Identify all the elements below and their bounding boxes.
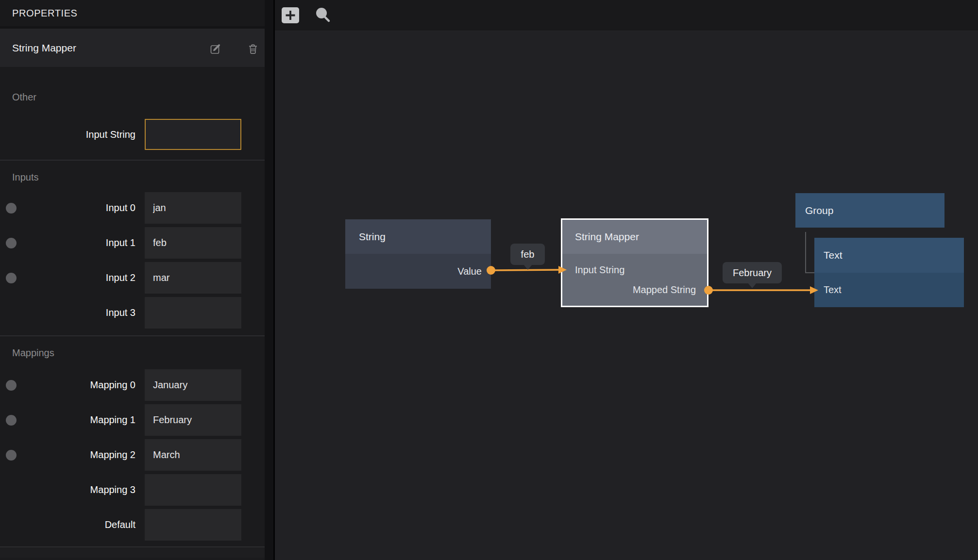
wire-value-tooltip: feb: [510, 244, 545, 265]
field-label: Input 3: [17, 307, 145, 318]
input-2-row: Input 2: [0, 262, 265, 294]
node-title: Group: [795, 193, 944, 228]
add-node-icon[interactable]: [281, 6, 300, 25]
field-label: Input 2: [17, 272, 145, 283]
wire-value-text: February: [733, 267, 772, 279]
field-label: Mapping 2: [17, 449, 145, 461]
input-port-label-input-string: Input String: [575, 264, 624, 276]
field-label: Mapping 3: [17, 484, 145, 495]
field-label: Mapping 0: [17, 379, 145, 391]
input-3-row: Input 3: [0, 297, 265, 329]
node-string-mapper-selected[interactable]: String Mapper Input String Mapped String: [561, 218, 708, 307]
input-port-label-text: Text: [824, 284, 842, 296]
trash-icon[interactable]: [246, 42, 260, 56]
node-canvas[interactable]: String Value String Mapper Input String …: [275, 0, 978, 560]
section-label-inputs: Inputs: [0, 171, 265, 183]
wire-value-text: feb: [521, 249, 535, 260]
mapping-0-row: Mapping 0: [0, 369, 265, 401]
wire-mapped-string-to-text: [704, 286, 818, 295]
output-port-value[interactable]: [487, 266, 495, 275]
mapping-1-field[interactable]: [145, 404, 241, 436]
port-bullet: [6, 450, 17, 461]
node-text[interactable]: Text Text: [814, 238, 964, 307]
edit-icon[interactable]: [209, 42, 222, 56]
output-port-label-mapped-string: Mapped String: [633, 284, 696, 296]
port-bullet: [6, 238, 17, 248]
node-group[interactable]: Group: [795, 193, 944, 228]
mapping-0-field[interactable]: [145, 369, 241, 401]
input-3-field[interactable]: [145, 297, 241, 329]
mapping-3-field[interactable]: [145, 474, 241, 506]
mapping-2-field[interactable]: [145, 439, 241, 471]
selected-node-title: String Mapper: [12, 42, 76, 54]
node-title: Text: [814, 238, 964, 273]
field-label: Mapping 1: [17, 414, 145, 426]
section-mappings: Mappings Mapping 0 Mapping 1 Mapping 2: [0, 336, 265, 541]
selected-node-row[interactable]: String Mapper: [0, 29, 265, 67]
panel-title: PROPERTIES: [0, 0, 265, 29]
canvas-toolbar: [275, 0, 978, 31]
output-port-label-value: Value: [457, 266, 482, 277]
section-inputs: Inputs Input 0 Input 1 Input 2: [0, 161, 265, 329]
node-title: String Mapper: [562, 220, 707, 254]
group-child-link: [806, 232, 814, 273]
input-string-label: Input String: [0, 129, 145, 140]
port-bullet: [6, 415, 17, 426]
sidebar-scrollbar-track[interactable]: [265, 0, 273, 560]
input-2-field[interactable]: [145, 262, 241, 294]
input-string-row: Input String: [0, 119, 265, 150]
field-label: Input 1: [17, 237, 145, 248]
section-other: Other Input String: [0, 67, 265, 150]
input-string-field[interactable]: [145, 119, 241, 150]
search-icon[interactable]: [313, 6, 333, 25]
port-bullet: [6, 203, 17, 214]
node-title: String: [345, 219, 491, 254]
node-string[interactable]: String Value: [345, 219, 491, 289]
properties-panel: PROPERTIES String Mapper Other: [0, 0, 275, 560]
port-bullet: [6, 273, 17, 283]
field-label: Input 0: [17, 202, 145, 214]
port-bullet: [6, 380, 17, 391]
mapping-2-row: Mapping 2: [0, 439, 265, 471]
section-label-mappings: Mappings: [0, 347, 265, 359]
mapping-default-field[interactable]: [145, 509, 241, 541]
input-1-row: Input 1: [0, 227, 265, 259]
mapping-3-row: Mapping 3: [0, 474, 265, 506]
input-1-field[interactable]: [145, 227, 241, 259]
input-0-row: Input 0: [0, 192, 265, 224]
input-0-field[interactable]: [145, 192, 241, 224]
output-port-mapped-string[interactable]: [704, 286, 713, 295]
mapping-1-row: Mapping 1: [0, 404, 265, 436]
wire-value-tooltip: February: [723, 262, 782, 283]
field-label: Default: [17, 519, 145, 530]
mapping-default-row: Default: [0, 509, 265, 541]
next-section-header: [0, 547, 265, 558]
section-label-other: Other: [0, 91, 265, 103]
